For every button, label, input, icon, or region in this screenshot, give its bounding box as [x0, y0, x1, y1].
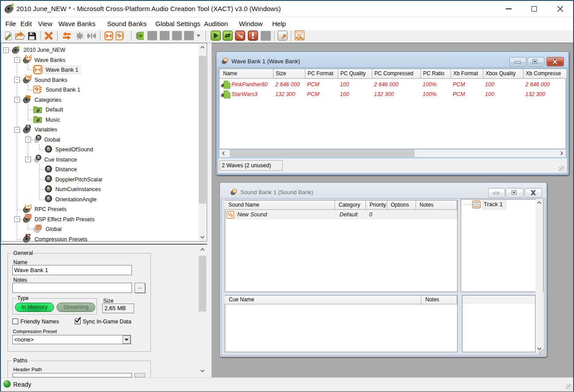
svg-text:FX: FX: [27, 215, 31, 218]
svg-text:FX: FX: [37, 226, 41, 228]
